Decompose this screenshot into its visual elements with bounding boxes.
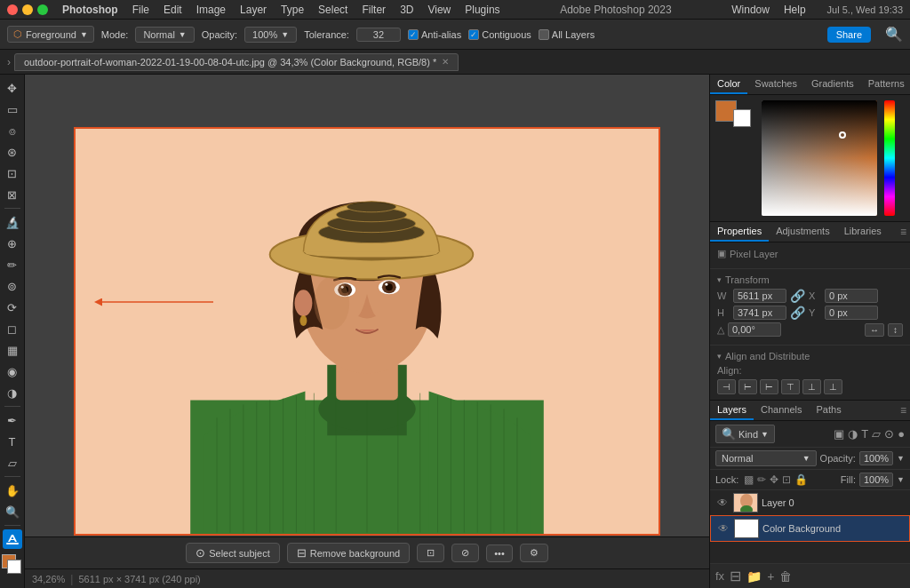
tab-gradients[interactable]: Gradients bbox=[804, 75, 861, 94]
flip-h-button[interactable]: ↔ bbox=[865, 323, 884, 337]
lock-transparent-icon[interactable]: ▩ bbox=[744, 473, 754, 486]
settings-button[interactable]: ⚙ bbox=[520, 544, 548, 562]
tab-libraries[interactable]: Libraries bbox=[837, 222, 889, 242]
fill-value[interactable]: 100% bbox=[859, 473, 893, 487]
color-bg-visibility[interactable]: 👁 bbox=[716, 521, 730, 536]
tab-channels[interactable]: Channels bbox=[754, 401, 809, 420]
link-proportions[interactable]: 🔗 bbox=[790, 289, 805, 303]
anti-alias-checkbox[interactable]: ✓ bbox=[408, 29, 419, 40]
mask-button[interactable]: ⊘ bbox=[451, 544, 479, 562]
canvas-area[interactable]: ⊙ Select subject ⊟ Remove background ⊡ ⊘… bbox=[25, 75, 709, 588]
all-layers-checkbox[interactable] bbox=[539, 29, 549, 40]
lock-paint-icon[interactable]: ✏ bbox=[757, 473, 766, 486]
angle-input[interactable]: 0,00° bbox=[728, 322, 781, 337]
layer-0-visibility[interactable]: 👁 bbox=[715, 496, 730, 510]
filter-text-icon[interactable]: T bbox=[861, 427, 868, 441]
align-bottom[interactable]: ⊥ bbox=[824, 379, 842, 394]
fill-arrow[interactable]: ▼ bbox=[897, 475, 905, 484]
lock-all-icon[interactable]: 🔒 bbox=[794, 473, 808, 486]
filter-adjust-icon[interactable]: ◑ bbox=[848, 427, 858, 441]
opacity-dropdown[interactable]: 100% ▼ bbox=[244, 27, 297, 43]
menu-image[interactable]: Image bbox=[196, 4, 226, 16]
new-layer-button[interactable]: + bbox=[767, 569, 774, 584]
menu-select[interactable]: Select bbox=[318, 4, 347, 16]
brush-tool[interactable]: ✏ bbox=[3, 255, 22, 274]
filter-toggle[interactable]: ● bbox=[898, 427, 905, 441]
tolerance-input[interactable]: 32 bbox=[356, 28, 401, 42]
menu-window[interactable]: Window bbox=[731, 4, 770, 16]
eyedropper-tool[interactable]: 🔬 bbox=[3, 212, 22, 232]
slice-tool[interactable]: ⊠ bbox=[3, 185, 22, 204]
tab-layers[interactable]: Layers bbox=[710, 401, 754, 420]
hue-bar[interactable] bbox=[884, 100, 895, 216]
align-left[interactable]: ⊣ bbox=[717, 379, 736, 394]
zoom-tool[interactable]: 🔍 bbox=[3, 502, 22, 521]
share-button[interactable]: Share bbox=[827, 27, 871, 43]
pen-tool[interactable]: ✒ bbox=[3, 410, 22, 430]
flip-v-button[interactable]: ↕ bbox=[888, 323, 903, 337]
lasso-tool[interactable]: ⌾ bbox=[3, 121, 22, 140]
opacity-value[interactable]: 100% bbox=[859, 451, 893, 465]
lock-position-icon[interactable]: ✥ bbox=[770, 473, 778, 486]
blur-tool[interactable]: ◉ bbox=[3, 362, 22, 381]
new-group-button[interactable]: 📁 bbox=[746, 569, 762, 584]
maximize-button[interactable] bbox=[37, 4, 48, 15]
eraser-tool[interactable]: ◻ bbox=[3, 319, 22, 338]
gradient-tool[interactable]: ▦ bbox=[3, 340, 22, 360]
minimize-button[interactable] bbox=[22, 4, 33, 15]
y-input[interactable]: 0 px bbox=[825, 306, 878, 320]
add-mask-button[interactable]: ⊟ bbox=[730, 568, 741, 584]
filter-shape-icon[interactable]: ▱ bbox=[872, 427, 881, 441]
quick-select-tool[interactable]: ⊛ bbox=[3, 142, 22, 162]
link-proportions-2[interactable]: 🔗 bbox=[790, 306, 805, 320]
align-right[interactable]: ⊢ bbox=[760, 379, 778, 394]
opacity-arrow[interactable]: ▼ bbox=[897, 454, 905, 463]
blend-mode-dropdown[interactable]: Normal ▼ bbox=[715, 450, 817, 466]
layer-item-color-bg[interactable]: 👁 Color Background bbox=[710, 515, 910, 542]
menu-type[interactable]: Type bbox=[281, 4, 304, 16]
crop-tool[interactable]: ⊡ bbox=[3, 163, 22, 183]
tab-properties[interactable]: Properties bbox=[710, 222, 769, 242]
select-rect-tool[interactable]: ▭ bbox=[3, 99, 22, 119]
history-tool[interactable]: ⟳ bbox=[3, 298, 22, 317]
menu-view[interactable]: View bbox=[427, 4, 451, 16]
x-input[interactable]: 0 px bbox=[825, 289, 878, 303]
mode-dropdown[interactable]: Normal ▼ bbox=[135, 27, 194, 43]
dodge-tool[interactable]: ◑ bbox=[3, 383, 22, 402]
canvas-image[interactable] bbox=[74, 127, 660, 536]
back-arrow[interactable]: › bbox=[7, 56, 11, 68]
layers-kind-dropdown[interactable]: 🔍 Kind ▼ bbox=[715, 425, 775, 443]
transform-button[interactable]: ⊡ bbox=[417, 544, 444, 562]
align-top[interactable]: ⊤ bbox=[781, 379, 800, 394]
align-center-h[interactable]: ⊢ bbox=[738, 379, 757, 394]
filter-pixel-icon[interactable]: ▣ bbox=[834, 427, 844, 441]
menu-file[interactable]: File bbox=[132, 4, 149, 16]
delete-layer-button[interactable]: 🗑 bbox=[779, 569, 792, 584]
width-input[interactable]: 5611 px bbox=[733, 289, 786, 303]
properties-panel-menu[interactable]: ≡ bbox=[897, 222, 910, 242]
remove-background-button[interactable]: ⊟ Remove background bbox=[287, 543, 411, 563]
menu-plugins[interactable]: Plugins bbox=[465, 4, 499, 16]
tab-paths[interactable]: Paths bbox=[810, 401, 849, 420]
search-icon[interactable]: 🔍 bbox=[885, 26, 903, 43]
background-color-swatch[interactable] bbox=[7, 560, 21, 574]
layer-item-0[interactable]: 👁 Layer 0 bbox=[710, 490, 910, 515]
menu-layer[interactable]: Layer bbox=[240, 4, 267, 16]
menu-3d[interactable]: 3D bbox=[400, 4, 413, 16]
layers-panel-menu[interactable]: ≡ bbox=[897, 401, 910, 420]
color-spectrum[interactable] bbox=[762, 100, 877, 216]
tab-swatches[interactable]: Swatches bbox=[747, 75, 804, 94]
background-swatch[interactable] bbox=[733, 109, 751, 127]
tab-patterns[interactable]: Patterns bbox=[861, 75, 910, 94]
menu-edit[interactable]: Edit bbox=[164, 4, 182, 16]
healing-tool[interactable]: ⊕ bbox=[3, 234, 22, 253]
menu-help[interactable]: Help bbox=[784, 4, 806, 16]
shape-tool[interactable]: ▱ bbox=[3, 453, 22, 473]
tab-color[interactable]: Color bbox=[710, 75, 747, 94]
close-button[interactable] bbox=[7, 4, 18, 15]
filter-smart-icon[interactable]: ⊙ bbox=[884, 427, 894, 441]
align-center-v[interactable]: ⊥ bbox=[802, 379, 821, 394]
select-subject-button[interactable]: ⊙ Select subject bbox=[186, 543, 279, 563]
lock-artboard-icon[interactable]: ⊡ bbox=[782, 473, 791, 486]
document-tab[interactable]: outdoor-portrait-of-woman-2022-01-19-00-… bbox=[14, 53, 459, 71]
